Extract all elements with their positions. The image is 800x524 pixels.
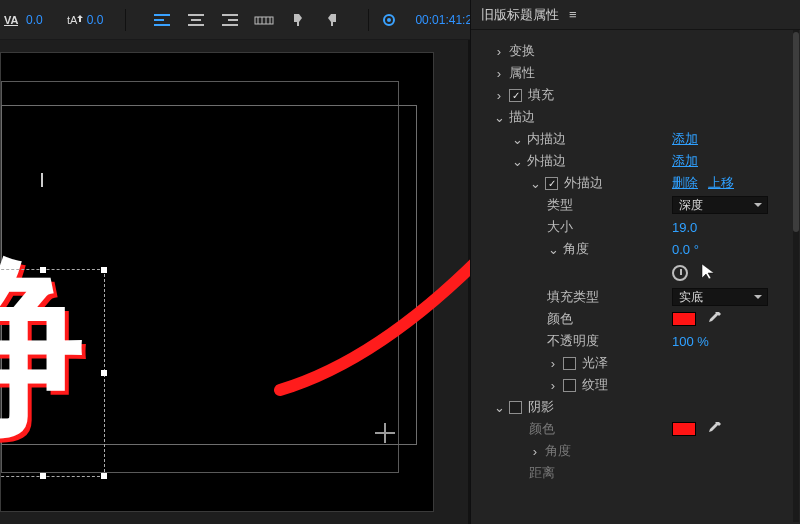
shadow-checkbox[interactable] <box>509 401 522 414</box>
stroke-angle-dial-row <box>471 260 792 286</box>
selection-bounds[interactable] <box>0 269 105 477</box>
kerning-tool[interactable]: VA 0.0 <box>4 6 43 34</box>
chevron-down-icon: ⌄ <box>511 154 523 169</box>
shadow-distance-row: 距离 <box>471 462 792 484</box>
stroke-filltype-row: 填充类型 实底 <box>471 286 792 308</box>
properties-list: › 变换 › 属性 › ✓ 填充 ⌄ 描边 ⌄ 内描边 添加 ⌄ 外描边 添加 … <box>471 30 792 524</box>
svg-text:VA: VA <box>4 14 19 26</box>
handle-mid-right[interactable] <box>101 370 107 376</box>
handle-top-mid[interactable] <box>40 267 46 273</box>
fill-checkbox[interactable]: ✓ <box>509 89 522 102</box>
panel-title: 旧版标题属性 <box>481 6 559 24</box>
move-up-stroke-link[interactable]: 上移 <box>708 174 734 192</box>
baseline-value[interactable]: 0.0 <box>87 13 104 27</box>
canvas-frame: 静 静 <box>0 52 434 512</box>
angle-dial-icon[interactable] <box>672 265 688 281</box>
chevron-down-icon: ⌄ <box>493 400 505 415</box>
svg-rect-1 <box>4 25 18 26</box>
stroke-angle-value[interactable]: 0.0 ° <box>672 242 699 257</box>
stroke-color-row: 颜色 <box>471 308 792 330</box>
chevron-right-icon: › <box>493 88 505 103</box>
handle-bottom-right[interactable] <box>101 473 107 479</box>
stroke-filltype-select[interactable]: 实底 <box>672 288 768 306</box>
chevron-right-icon: › <box>493 66 505 81</box>
section-outer-stroke[interactable]: ⌄ 外描边 添加 <box>471 150 792 172</box>
chevron-right-icon: › <box>493 44 505 59</box>
svg-rect-5 <box>331 22 333 26</box>
show-video-icon[interactable] <box>375 6 403 34</box>
chevron-right-icon: › <box>547 356 559 371</box>
sheen-checkbox[interactable] <box>563 357 576 370</box>
add-inner-stroke-link[interactable]: 添加 <box>672 130 698 148</box>
scrollbar-thumb[interactable] <box>793 32 799 232</box>
add-outer-stroke-link[interactable]: 添加 <box>672 152 698 170</box>
chevron-right-icon: › <box>547 378 559 393</box>
section-transform[interactable]: › 变换 <box>471 40 792 62</box>
panel-header: 旧版标题属性 ≡ <box>471 0 800 30</box>
text-marker1-icon[interactable] <box>284 6 312 34</box>
stroke-type-select[interactable]: 深度 <box>672 196 768 214</box>
section-properties[interactable]: › 属性 <box>471 62 792 84</box>
chevron-down-icon: ⌄ <box>511 132 523 147</box>
texture-checkbox[interactable] <box>563 379 576 392</box>
handle-bottom-mid[interactable] <box>40 473 46 479</box>
section-inner-stroke[interactable]: ⌄ 内描边 添加 <box>471 128 792 150</box>
eyedropper-icon[interactable] <box>706 311 722 327</box>
svg-point-7 <box>387 18 391 22</box>
tab-ruler-icon[interactable] <box>250 6 278 34</box>
text-marker2-icon[interactable] <box>318 6 346 34</box>
section-strokes[interactable]: ⌄ 描边 <box>471 106 792 128</box>
title-canvas[interactable]: 静 静 <box>0 40 470 524</box>
panel-menu-icon[interactable]: ≡ <box>569 7 577 22</box>
section-fill[interactable]: › ✓ 填充 <box>471 84 792 106</box>
anchor-crosshair <box>375 423 395 443</box>
outer-stroke-checkbox[interactable]: ✓ <box>545 177 558 190</box>
stroke-size-value[interactable]: 19.0 <box>672 220 697 235</box>
chevron-right-icon: › <box>529 444 541 459</box>
stroke-type-row: 类型 深度 <box>471 194 792 216</box>
align-center-icon[interactable] <box>182 6 210 34</box>
ruler-tick <box>41 173 43 187</box>
stroke-opacity-row: 不透明度 100 % <box>471 330 792 352</box>
section-shadow[interactable]: ⌄ 阴影 <box>471 396 792 418</box>
svg-rect-4 <box>297 22 299 26</box>
shadow-angle-row[interactable]: › 角度 <box>471 440 792 462</box>
chevron-down-icon: ⌄ <box>547 242 559 257</box>
delete-stroke-link[interactable]: 删除 <box>672 174 698 192</box>
chevron-down-icon: ⌄ <box>529 176 541 191</box>
stroke-angle-row[interactable]: ⌄ 角度 0.0 ° <box>471 238 792 260</box>
shadow-color-row: 颜色 <box>471 418 792 440</box>
legacy-title-properties-panel: 旧版标题属性 ≡ › 变换 › 属性 › ✓ 填充 ⌄ 描边 ⌄ 内描边 添加 … <box>470 0 800 524</box>
stroke-opacity-value[interactable]: 100 % <box>672 334 709 349</box>
baseline-shift-tool[interactable]: tA 0.0 <box>65 6 104 34</box>
chevron-down-icon: ⌄ <box>493 110 505 125</box>
shadow-color-swatch[interactable] <box>672 422 696 436</box>
outer-stroke-item[interactable]: ⌄ ✓ 外描边 删除 上移 <box>471 172 792 194</box>
stroke-color-swatch[interactable] <box>672 312 696 326</box>
stroke-size-row: 大小 19.0 <box>471 216 792 238</box>
eyedropper-icon[interactable] <box>706 421 722 437</box>
svg-text:tA: tA <box>67 14 78 26</box>
align-left-icon[interactable] <box>148 6 176 34</box>
handle-top-right[interactable] <box>101 267 107 273</box>
kerning-value[interactable]: 0.0 <box>26 13 43 27</box>
panel-scrollbar[interactable] <box>793 30 799 522</box>
stroke-sheen-row[interactable]: › 光泽 <box>471 352 792 374</box>
align-right-icon[interactable] <box>216 6 244 34</box>
stroke-texture-row[interactable]: › 纹理 <box>471 374 792 396</box>
